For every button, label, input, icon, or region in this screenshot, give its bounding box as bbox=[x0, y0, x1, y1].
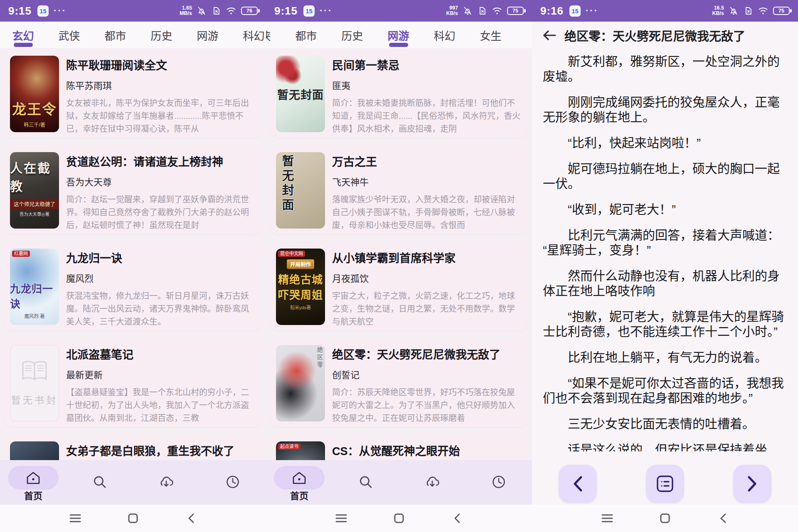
nav-downloads[interactable] bbox=[399, 460, 466, 505]
search-icon bbox=[358, 474, 373, 489]
chapter-list-button[interactable] bbox=[646, 465, 684, 503]
wifi-icon bbox=[492, 6, 502, 15]
cover-text: 暂无封面 bbox=[278, 155, 296, 213]
cover-text: 吾为大天尊◎著 bbox=[20, 211, 49, 217]
network-speed: 16.5KB/s bbox=[712, 5, 724, 16]
network-speed: 997KB/s bbox=[446, 5, 458, 16]
network-speed: 1.65MB/s bbox=[180, 5, 192, 16]
prev-chapter-button[interactable] bbox=[559, 465, 597, 503]
book-author: 陈平苏雨琪 bbox=[66, 78, 256, 91]
paragraph: 然而什么动静也没有，机器人比利的身体正在地上咯吱作响 bbox=[543, 268, 787, 298]
category-tab-bar: 玄幻 武侠 都市 历史 网游 科幻 bbox=[0, 22, 266, 48]
bottom-nav-bar: 首页 bbox=[0, 460, 266, 505]
phone-screen-reader: 9:16 15 ··· 16.5KB/s 75 绝区零：天火劈死尼尼微我无敌了 … bbox=[532, 0, 798, 532]
book-title: 九龙归一诀 bbox=[66, 249, 256, 266]
book-title: 北派盗墓笔记 bbox=[66, 346, 256, 362]
nav-history[interactable] bbox=[200, 460, 266, 505]
cover-text: 人在截教 bbox=[10, 158, 59, 195]
system-menu-button[interactable] bbox=[335, 513, 348, 523]
book-cover: 红薯网 九龙归一诀 魔风烈 著 bbox=[10, 249, 59, 325]
book-title: 绝区零：天火劈死尼尼微我无敌了 bbox=[332, 346, 522, 362]
home-icon bbox=[26, 471, 40, 485]
book-title: 贫道赵公明：请诸道友上榜封神 bbox=[66, 153, 256, 169]
book-author: 魔风烈 bbox=[66, 271, 256, 284]
nav-search[interactable] bbox=[66, 460, 133, 505]
book-card[interactable]: 人在截教 这个师兄太稳健了 吾为大天尊◎著 贫道赵公明：请诸道友上榜封神 吾为大… bbox=[4, 146, 262, 234]
battery-indicator: 75 bbox=[773, 7, 790, 15]
book-title: 陈平耿珊珊阅读全文 bbox=[66, 57, 256, 73]
book-description: 简介：我被未婚妻挑断筋脉，封棺活埋！可他们不知道，我是阎王命......【民俗恐… bbox=[332, 97, 522, 135]
paragraph: 刚刚完成绳网委托的狡兔屋众人，正毫无形象的躺在地上。 bbox=[543, 95, 787, 125]
paragraph: 比利元气满满的回答，接着大声喊道：“星辉骑士，变身！” bbox=[543, 228, 787, 258]
tab-dushi[interactable]: 都市 bbox=[92, 22, 138, 48]
cover-text: 魔风烈 著 bbox=[24, 313, 44, 319]
book-card[interactable]: 暂无封面 万古之王 飞天神牛 落魄家族少爷叶无双，入赘大婚之夜，却被诬陷对自己小… bbox=[270, 146, 528, 234]
cover-text: 吓哭周姐 bbox=[278, 286, 323, 302]
book-card[interactable]: 暂无书封 北派盗墓笔记 最新更新 【盗墓悬疑鉴宝】我是一个东北山村的穷小子，二十… bbox=[4, 339, 262, 427]
nav-search[interactable] bbox=[332, 460, 399, 505]
mute-bell-icon bbox=[197, 6, 207, 16]
system-home-button[interactable] bbox=[128, 513, 138, 524]
phone-screen-category-xuanhuan: 9:15 15 ··· 1.65MB/s 76 玄幻 武侠 都市 历史 网游 科… bbox=[0, 0, 266, 532]
active-nav-pill bbox=[8, 466, 59, 490]
back-arrow-icon[interactable] bbox=[542, 29, 557, 42]
system-navigation-bar bbox=[266, 505, 532, 532]
tab-lishi[interactable]: 历史 bbox=[329, 22, 375, 48]
tab-lishi[interactable]: 历史 bbox=[138, 22, 185, 48]
book-author: 匪夷 bbox=[332, 78, 522, 91]
tab-kehuan[interactable]: 科幻 bbox=[231, 22, 266, 48]
system-back-button[interactable] bbox=[453, 512, 461, 524]
nav-history[interactable] bbox=[466, 460, 532, 505]
next-chapter-button[interactable] bbox=[733, 465, 771, 503]
more-notifications-dots: ··· bbox=[320, 5, 332, 16]
book-card[interactable]: 绝区零 绝区零：天火劈死尼尼微我无敌了 创誓记 简介：苏辰天降绝区零世界，好巧不… bbox=[270, 339, 528, 427]
cover-text: 暂无封面 bbox=[277, 86, 324, 102]
book-author: 月夜孤饮 bbox=[332, 271, 522, 284]
book-list: 龙王令 韩三千/著 陈平耿珊珊阅读全文 陈平苏雨琪 女友被非礼，陈平为保护女友而… bbox=[0, 48, 266, 532]
reader-controls bbox=[532, 465, 798, 503]
system-menu-button[interactable] bbox=[69, 513, 82, 523]
tab-kehuan[interactable]: 科幻 bbox=[421, 22, 468, 48]
nav-home[interactable]: 首页 bbox=[266, 460, 332, 505]
cover-text: 开局制作 bbox=[287, 259, 314, 269]
cover-text: 这个师兄太稳健了 bbox=[10, 199, 59, 209]
cover-site-badge: 起点读书 bbox=[278, 443, 300, 450]
system-menu-button[interactable] bbox=[601, 513, 614, 523]
book-author: 飞天神牛 bbox=[332, 175, 522, 188]
book-card[interactable]: 昆仑中文网 开局制作 精绝古城 吓哭周姐 稻米yds著 从小镇学霸到首席科学家 … bbox=[270, 243, 528, 331]
mute-bell-icon bbox=[463, 6, 473, 16]
tab-wuxia[interactable]: 武侠 bbox=[266, 22, 283, 48]
tab-dushi[interactable]: 都市 bbox=[283, 22, 329, 48]
book-cover: 暂无封面 bbox=[276, 152, 325, 229]
status-bar: 9:16 15 ··· 16.5KB/s 75 bbox=[532, 0, 798, 22]
bottom-nav-bar: 首页 bbox=[266, 460, 532, 505]
cover-text: 精绝古城 bbox=[278, 271, 323, 286]
tab-xuanhuan[interactable]: 玄幻 bbox=[0, 22, 46, 48]
cloud-download-icon bbox=[158, 474, 175, 489]
system-back-button[interactable] bbox=[719, 512, 727, 524]
wifi-icon bbox=[758, 6, 768, 15]
system-home-button[interactable] bbox=[394, 513, 404, 524]
tab-nvsheng[interactable]: 女生 bbox=[468, 22, 514, 48]
paragraph: 话是这么说的，但安比还是保持着坐 bbox=[543, 442, 787, 451]
tab-wuxia[interactable]: 武侠 bbox=[46, 22, 92, 48]
sim-error-icon bbox=[211, 6, 221, 16]
sim-error-icon bbox=[743, 6, 753, 16]
book-card[interactable]: 暂无封面 民间第一禁忌 匪夷 简介：我被未婚妻挑断筋脉，封棺活埋！可他们不知道，… bbox=[270, 50, 528, 138]
book-card[interactable]: 红薯网 九龙归一诀 魔风烈 著 九龙归一诀 魔风烈 获混沌宝物，修九龙归一。斩日… bbox=[4, 243, 262, 331]
tab-wangyou[interactable]: 网游 bbox=[185, 22, 231, 48]
cloud-download-icon bbox=[424, 474, 441, 489]
book-author: 吾为大天尊 bbox=[66, 175, 256, 188]
tab-wangyou[interactable]: 网游 bbox=[375, 22, 421, 48]
cover-text: 暂无书封 bbox=[11, 392, 58, 406]
nav-home[interactable]: 首页 bbox=[0, 460, 66, 505]
sim-error-icon bbox=[477, 6, 487, 16]
book-card[interactable]: 龙王令 韩三千/著 陈平耿珊珊阅读全文 陈平苏雨琪 女友被非礼，陈平为保护女友而… bbox=[4, 50, 262, 138]
system-back-button[interactable] bbox=[187, 512, 195, 524]
nav-downloads[interactable] bbox=[133, 460, 200, 505]
system-home-button[interactable] bbox=[660, 513, 670, 524]
book-cover: 绝区零 bbox=[276, 345, 325, 421]
chevron-right-icon bbox=[746, 475, 759, 493]
paragraph: 妮可德玛拉躺在地上，硕大的胸口一起一伏。 bbox=[543, 161, 787, 191]
paragraph: “收到，妮可老大！” bbox=[543, 202, 787, 217]
